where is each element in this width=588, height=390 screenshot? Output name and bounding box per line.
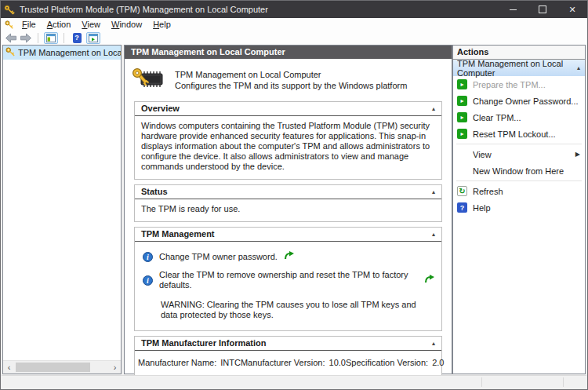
specification-version-label: Specification Version: [346,358,428,367]
overview-section: Overview ▴ Windows computers containing … [134,101,442,180]
back-arrow-icon [5,33,17,43]
info-icon: i [143,275,153,286]
tpm-management-title: TPM Management [141,229,215,239]
key-icon [5,47,16,58]
actions-separator [456,144,582,144]
manufacturer-section-header[interactable]: TPM Manufacturer Information ▴ [135,337,441,351]
menu-view[interactable]: View [76,18,106,31]
icon-placeholder [457,149,467,159]
specification-version-value: 2.0 [432,358,444,367]
show-hide-action-pane-button[interactable] [86,32,100,44]
collapse-icon[interactable]: ▴ [432,188,435,195]
toolbar-separator [38,33,38,43]
actions-pane: Actions TPM Management on Local Computer… [452,45,586,374]
info-icon: i [143,252,153,262]
overview-body: Windows computers containing the Trusted… [135,116,441,179]
action-label: Clear TPM... [473,113,580,122]
status-bar [2,375,586,388]
tree-horizontal-scrollbar[interactable]: ‹ › [3,360,121,374]
forward-button[interactable] [20,33,32,43]
intro-subtitle: Configures the TPM and its support by th… [175,80,407,91]
submenu-arrow-icon: ▶ [575,151,580,158]
action-new-window-from-here[interactable]: New Window from Here [453,162,585,179]
intro-title: TPM Management on Local Computer [175,69,407,80]
collapse-icon[interactable]: ▴ [432,231,435,238]
action-label: New Window from Here [473,166,580,176]
manufacturer-version-value: 10.0 [329,358,346,367]
action-label: View [473,150,570,159]
action-help[interactable]: ? Help [453,199,585,216]
actions-separator [456,180,582,181]
scroll-right-arrow[interactable]: › [109,362,121,374]
icon-placeholder [457,166,467,176]
action-change-owner-password[interactable]: ▸ Change Owner Password... [453,93,585,109]
tpm-chip-key-icon [131,67,165,93]
toolbar: ? [1,31,587,46]
go-arrow-icon[interactable] [424,275,435,286]
back-button[interactable] [5,33,17,43]
help-icon: ? [73,33,82,43]
scroll-left-arrow[interactable]: ‹ [3,362,15,374]
overview-title: Overview [141,104,180,113]
scroll-thumb[interactable] [16,363,90,372]
overview-section-header[interactable]: Overview ▴ [135,102,441,116]
actions-group-header[interactable]: TPM Management on Local Computer ▴ [453,60,585,76]
green-action-icon: ▸ [457,112,467,122]
close-button[interactable]: ✕ [557,1,587,18]
action-label: Reset TPM Lockout... [473,129,580,139]
action-prepare-tpm: ▸ Prepare the TPM... [453,76,585,93]
statusbar-separator [563,377,564,387]
titlebar: Trusted Platform Module (TPM) Management… [1,1,587,18]
console-key-icon [2,20,16,29]
actions-group-label: TPM Management on Local Computer [457,59,577,78]
minimize-button[interactable] [498,1,528,18]
menu-file[interactable]: File [16,18,42,31]
maximize-icon [539,5,546,13]
tpm-management-body: i Change TPM owner password. i [135,242,441,330]
statusbar-separator [481,377,482,387]
clear-tpm-text: Clear the TPM to remove ownership and re… [159,270,418,290]
collapse-icon[interactable]: ▴ [577,64,580,71]
action-reset-tpm-lockout[interactable]: ▸ Reset TPM Lockout... [453,126,585,142]
green-action-icon: ▸ [457,79,467,89]
workspace: TPM Management on Local Comp ‹ › TPM Man… [1,45,587,376]
results-pane: TPM Management on Local Computer [124,45,452,374]
show-hide-console-tree-button[interactable] [44,32,58,44]
collapse-icon[interactable]: ▴ [432,340,435,347]
clear-tpm-warning: WARNING: Clearing the TPM causes you to … [161,300,435,320]
status-body: The TPM is ready for use. [135,199,441,221]
action-clear-tpm[interactable]: ▸ Clear TPM... [453,109,585,126]
manufacturer-name-value: INTC [220,358,241,367]
action-refresh[interactable]: ↻ Refresh [453,183,585,199]
tree-item-tpm-management[interactable]: TPM Management on Local Comp [3,46,121,60]
maximize-button[interactable] [528,1,557,18]
help-toolbar-button[interactable]: ? [70,32,84,44]
action-label: Prepare the TPM... [473,80,580,89]
menu-action[interactable]: Action [42,18,77,31]
tree-item-label: TPM Management on Local Comp [18,48,121,57]
manufacturer-name-field: Manufacturer Name:INTC [138,358,241,368]
forward-arrow-icon [20,33,32,43]
manufacturer-version-field: Manufacturer Version:10.0 [241,358,346,368]
results-pane-header: TPM Management on Local Computer [125,46,452,59]
clear-tpm-row: i Clear the TPM to remove ownership and … [143,270,435,290]
menu-bar: File Action View Window Help [1,18,587,31]
actions-pane-title: Actions [453,46,585,60]
go-arrow-icon[interactable] [284,251,295,262]
specification-version-field: Specification Version:2.0 [346,358,444,368]
menu-help[interactable]: Help [147,18,176,31]
help-icon: ? [457,202,467,213]
manufacturer-body: Manufacturer Name:INTC Manufacturer Vers… [135,351,441,376]
green-action-icon: ▸ [457,129,467,139]
menu-window[interactable]: Window [106,18,147,31]
tpm-management-section-header[interactable]: TPM Management ▴ [135,228,441,242]
status-section: Status ▴ The TPM is ready for use. [134,184,442,222]
window-controls: ✕ [498,1,587,18]
change-password-row: i Change TPM owner password. [143,251,435,262]
status-title: Status [141,187,168,196]
console-tree-icon [46,34,56,42]
manufacturer-section: TPM Manufacturer Information ▴ Manufactu… [134,336,442,377]
status-section-header[interactable]: Status ▴ [135,185,441,199]
action-view[interactable]: View ▶ [453,146,585,162]
collapse-icon[interactable]: ▴ [432,105,435,112]
